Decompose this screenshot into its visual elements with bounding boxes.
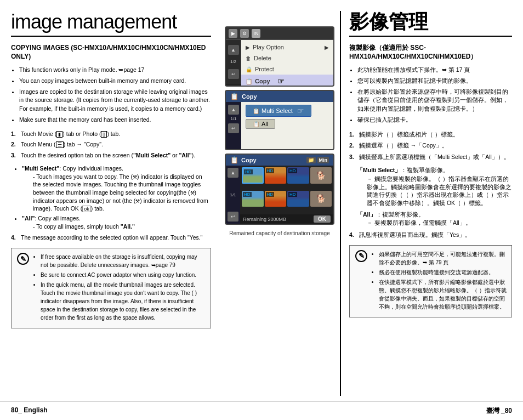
step-1: 1. Touch Movie (▮) tab or Photo (▯) tab. [11,130,211,139]
thumb-header-label: Copy [241,157,257,163]
zh-step-2: 2. 觸摸選單（ ）標籤 →「Copy」。 [349,141,512,150]
page-title-en: image management [11,11,211,37]
zh-multi-select-details: 觸摸您要複製的影像。（ ）指示器會顯示在所選的影像上。觸摸縮略圖影像會在所選擇的… [357,175,512,207]
multi-select-item: "Multi Select": Copy individual images. … [22,164,211,213]
delete-icon: 🗑 [246,55,251,61]
left-column: image management COPYING IMAGES (SC-HMX1… [11,11,219,396]
footer-page-left: 80_ English [11,406,48,416]
zh-step4-list: 4. 訊息將視所選項目而出現。觸摸「Yes」。 [349,230,512,240]
thumb-screen: 📋 Copy 📁 Min ▲ 1/1 [226,155,333,224]
multi-select-icon: 📋 [253,108,259,114]
thumb-header: 📋 Copy 📁 Min [226,155,333,166]
step-3: 3. Touch the desired option tab on the s… [11,151,211,160]
cam-settings-icon: ⚙ [240,29,249,38]
copy-header: 📋 Copy [226,91,333,102]
thumb-side-controls: ▲ 1/1 ↩ [226,166,240,224]
thumb-7[interactable]: HD [287,191,309,207]
bullet-1: This function works only in Play mode. ➥… [19,66,211,75]
zh-bullet-2: 您可以複製內置記憶體和記憶卡間的影像。 [357,77,512,86]
thumb-6[interactable]: HD [265,191,287,207]
multi-select-label: Multi Select [262,107,293,114]
step-4: 4. The message according to the selected… [11,234,211,242]
thumb-copy-icon: 📋 [230,156,238,164]
cam-up-btn[interactable]: ▲ [228,45,239,55]
thumb-hd-6: HD [266,192,275,197]
camera-screen-3: 📋 Copy 📁 Min ▲ 1/1 [225,154,334,225]
cam-counter-2: 1/1 [230,117,236,121]
camera-ui: ▶ ⚙ IN ▲ 1/2 ↩ ▶ Play Opti [225,26,334,236]
thumb-2[interactable]: HD [265,167,287,184]
thumb-content: HD HD HD 🐕 [240,166,333,224]
note-bullet-2: Be sure to connect AC power adaptor when… [41,271,206,279]
cam-menu-list: ▶ Play Option ▶ 🗑 Delete 🔒 Protect [241,40,333,84]
all-details: To copy all images, simply touch "All." [22,223,211,231]
middle-column: ▶ ⚙ IN ▲ 1/2 ↩ ▶ Play Opti [219,11,340,396]
intro-bullets: This function works only in Play mode. ➥… [11,66,211,124]
copy-header-icon: 📋 [230,93,238,100]
cam-back-btn[interactable]: ↩ [228,69,239,79]
cam-edit-icon: IN [252,29,260,38]
thumb-up-btn[interactable]: ▲ [228,168,238,178]
zh-steps-list: 1. 觸摸影片（ ）標籤或相片（ ）標籤。 2. 觸摸選單（ ）標籤 →「Cop… [349,130,512,162]
all-icon: 📋 [253,121,259,127]
zh-note-bullet-1: 如果儲存上的可用空間不足，可能無法進行複製。刪除不必要的影像。➥ 第 79 頁 [379,250,507,266]
thumb-5[interactable]: HD [242,191,264,207]
cam-menu-delete[interactable]: 🗑 Delete [241,53,333,64]
footer-page-right: 臺灣 _80 [486,406,512,416]
zh-multi-select-item: 「Multi Select」：複製單個影像。 觸摸您要複製的影像。（ ）指示器會… [357,166,512,207]
copy-back-btn[interactable]: ↩ [228,123,239,133]
cam-top-bar-1: ▶ ⚙ IN [226,27,333,40]
copy-screen: 📋 Copy ▲ 1/1 ↩ 📋 [226,91,333,149]
thumb-8[interactable]: 🐕 [310,191,332,207]
protect-icon: 🔒 [246,66,252,72]
footer-bar: 80_ English 臺灣 _80 [0,401,523,420]
thumb-1[interactable]: HD [242,167,264,184]
cam-menu-area: ▲ 1/2 ↩ ▶ Play Option ▶ 🗑 [226,40,333,84]
cam-movie-icon: ▶ [229,29,237,38]
play-option-icon: ▶ [246,44,250,50]
cam-left-bar-1: ▲ 1/2 ↩ [226,40,241,84]
zh-step-3: 3. 觸摸螢幕上所需選項標籤（「Multi Select」或「All」）。 [349,152,512,162]
note-bullets-left: If free space available on the storage i… [33,253,206,322]
multi-select-btn[interactable]: 📋 Multi Select ☞ [246,105,311,117]
thumb-3[interactable]: HD [287,167,309,184]
all-btn[interactable]: 📋 All [246,119,275,129]
bullet-3: Images are copied to the destination sto… [19,88,211,113]
thumb-main: ▲ 1/1 ↩ HD HD [226,166,333,224]
section-title-en: COPYING IMAGES (SC-HMX10A/HMX10C/HMX10CN… [11,43,211,62]
note-bullets-right: 如果儲存上的可用空間不足，可能無法進行複製。刪除不必要的影像。➥ 第 79 頁 … [372,250,507,311]
camera-screen-2: 📋 Copy ▲ 1/1 ↩ 📋 [225,90,334,150]
thumb-hd-5: HD [243,192,252,197]
multi-select-details: Touch images you want to copy. The (⚒) i… [22,173,211,213]
storage-icon-1: 📁 [306,157,316,163]
note-icon-left: ✎ [17,253,29,265]
note-bullet-3: In the quick menu, all the movie thumbna… [41,281,206,322]
zh-all-details: 要複製所有影像，僅需觸摸「All」。 [357,219,512,227]
zh-note-bullet-2: 務必在使用複製功能時連接到交流電源適配器。 [379,268,507,276]
thumb-grid: HD HD HD 🐕 [240,166,333,214]
cam-menu-protect[interactable]: 🔒 Protect [241,64,333,75]
section-title-zh: 複製影像（僅適用於 SSC-HMX10A/HMX10C/HMX10CN/HMX1… [349,43,512,62]
thumb-hd-3: HD [288,168,297,173]
note-box-right: ✎ 如果儲存上的可用空間不足，可能無法進行複製。刪除不必要的影像。➥ 第 79 … [349,245,512,317]
content-area: image management COPYING IMAGES (SC-HMX1… [0,0,523,396]
page-container: image management COPYING IMAGES (SC-HMX1… [0,0,523,420]
note-icon-right: ✎ [355,250,367,262]
storage-icon-2: Min [317,157,329,163]
cam-menu-play-option[interactable]: ▶ Play Option ▶ [241,42,333,53]
copy-up-btn[interactable]: ▲ [228,105,239,115]
zh-note-bullet-3: 在快捷選單模式下，所有影片縮略影像都處於選中狀態。觸摸您不想複製的影片縮略影像。… [379,278,507,311]
thumb-dog-icon-2: 🐕 [316,194,326,203]
zh-step-1: 1. 觸摸影片（ ）標籤或相片（ ）標籤。 [349,130,512,139]
zh-intro-bullets: 此功能僅能在播放模式下操作。➥ 第 17 頁 您可以複製內置記憶體和記憶卡間的影… [349,66,512,124]
thumb-hd-7: HD [288,192,297,197]
thumb-4[interactable]: 🐕 [310,167,332,184]
note-content-right: 如果儲存上的可用空間不足，可能無法進行複製。刪除不必要的影像。➥ 第 79 頁 … [372,250,507,313]
cam-menu-copy[interactable]: 📋 Copy ☞ [241,75,333,87]
finger-touch-icon-2: ☞ [297,106,304,115]
finger-touch-icon-1: ☞ [277,77,285,86]
zh-bullet-3: 在將原始影片影置於來源儲存中時，可將影像複製到目的儲存（它會從目前使用的儲存複製… [357,88,512,113]
thumb-back-btn[interactable]: ↩ [228,212,238,222]
ok-button[interactable]: OK [314,215,331,223]
bullet-4: Make sure that the memory card has been … [19,116,211,124]
